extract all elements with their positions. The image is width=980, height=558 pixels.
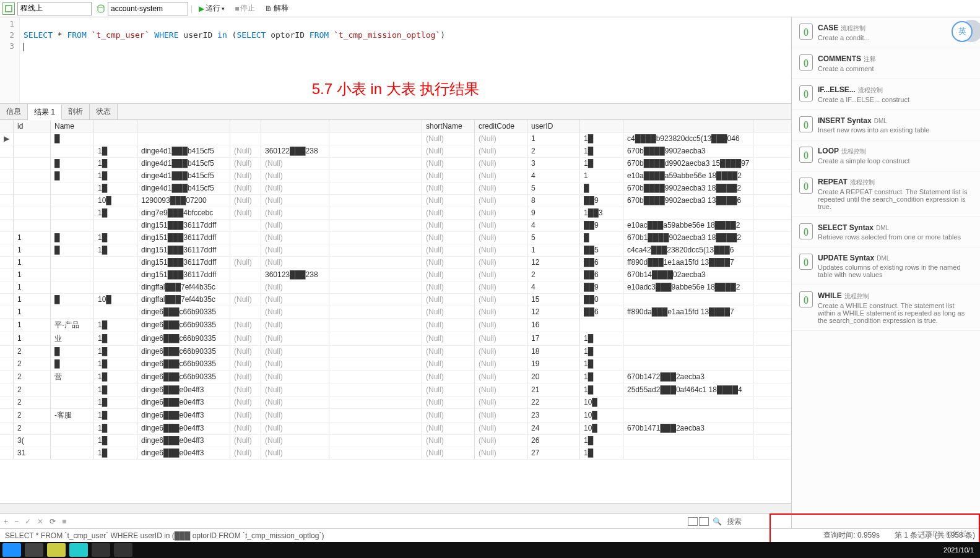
table-row[interactable]: █1█dinge4d1███b415cf5(Null)(Null)(Null)(… [0,170,791,182]
table-row[interactable]: 1dingffal███7ef44b35c(Null)(Null)(Null)4… [0,281,791,293]
table-cell[interactable]: 1█ [94,384,137,396]
table-row[interactable]: 1█ding7e9███4bfccebc(Null)(Null)(Null)(N… [0,207,791,219]
table-cell[interactable]: 1 [14,318,51,332]
horizontal-scrollbar[interactable] [0,503,791,513]
table-cell[interactable] [261,132,329,145]
table-cell[interactable]: (Null) [422,145,475,157]
table-cell[interactable]: (Null) [230,345,261,358]
table-cell[interactable]: 1█ [580,145,623,157]
table-cell[interactable]: dinge6███e0e4ff3 [137,447,230,459]
table-cell[interactable]: (Null) [261,194,329,207]
table-cell[interactable]: ██5 [580,244,623,256]
table-cell[interactable] [329,358,422,370]
column-header[interactable]: Name [51,120,94,132]
table-cell[interactable]: 9 [527,207,580,219]
column-header[interactable]: shortName [422,120,475,132]
table-cell[interactable] [51,396,94,408]
table-cell[interactable]: (Null) [475,182,527,194]
table-cell[interactable]: (Null) [422,231,475,244]
table-row[interactable]: 10█1290093███07200(Null)(Null)(Null)(Nul… [0,194,791,207]
table-row[interactable]: 2█1█dinge6███c66b90335(Null)(Null)(Null)… [0,358,791,370]
table-cell[interactable] [623,293,753,306]
table-cell[interactable]: 业 [51,332,94,345]
table-cell[interactable] [753,244,791,256]
snippet-item[interactable]: INSERT SyntaxDMLInsert new rows into an … [792,110,980,140]
table-cell[interactable] [51,194,94,207]
table-cell[interactable] [753,157,791,170]
table-cell[interactable]: 1██3 [580,207,623,219]
table-cell[interactable]: 1█ [580,345,623,358]
table-cell[interactable] [329,384,422,396]
table-cell[interactable]: 670b1████902aecba3 18████2 [623,231,753,244]
table-cell[interactable] [230,268,261,281]
table-cell[interactable]: 4 [527,170,580,182]
table-cell[interactable]: (Null) [422,182,475,194]
table-cell[interactable]: 1 [14,244,51,256]
table-cell[interactable]: 1 [14,281,51,293]
table-cell[interactable]: (Null) [475,268,527,281]
table-cell[interactable]: (Null) [422,447,475,459]
table-cell[interactable]: dinge4d1███b415cf5 [137,182,230,194]
snippet-item[interactable]: WHILE流程控制Create a WHILE construct. The s… [792,285,980,331]
table-cell[interactable]: (Null) [261,332,329,345]
table-cell[interactable]: █ [51,170,94,182]
table-cell[interactable] [623,408,753,422]
table-cell[interactable]: (Null) [230,207,261,219]
table-cell[interactable]: 1█ [94,145,137,157]
table-cell[interactable]: 1 [14,293,51,306]
table-cell[interactable]: (Null) [230,422,261,434]
table-cell[interactable]: 1█ [580,157,623,170]
column-header[interactable] [623,120,753,132]
table-row[interactable]: 311█dinge6███e0e4ff3(Null)(Null)(Null)(N… [0,447,791,459]
table-cell[interactable] [329,408,422,422]
table-cell[interactable] [753,318,791,332]
table-cell[interactable]: -客服 [51,408,94,422]
table-cell[interactable]: 670b████9902aecba3 18████2 [623,182,753,194]
table-row[interactable]: 2█1█dinge6███c66b90335(Null)(Null)(Null)… [0,345,791,358]
table-cell[interactable]: (Null) [422,157,475,170]
table-cell[interactable] [329,182,422,194]
table-cell[interactable]: (Null) [475,293,527,306]
table-cell[interactable] [753,345,791,358]
table-cell[interactable]: (Null) [422,422,475,434]
table-cell[interactable]: █ [51,293,94,306]
column-header[interactable] [329,120,422,132]
table-cell[interactable]: 670b14████02aecba3 [623,268,753,281]
table-cell[interactable] [51,281,94,293]
table-cell[interactable]: (Null) [475,358,527,370]
table-cell[interactable]: 营 [51,370,94,384]
table-cell[interactable]: 1█ [580,332,623,345]
ime-badge[interactable]: 英 [952,21,973,42]
column-header[interactable] [230,120,261,132]
table-cell[interactable]: 10█ [94,293,137,306]
table-cell[interactable] [329,207,422,219]
table-row[interactable]: 21█dinge6███e0e4ff3(Null)(Null)(Null)(Nu… [0,396,791,408]
column-header[interactable]: creditCode [475,120,527,132]
table-cell[interactable]: (Null) [422,268,475,281]
table-cell[interactable]: (Null) [230,408,261,422]
column-header[interactable] [94,120,137,132]
table-cell[interactable]: 1█ [94,244,137,256]
table-cell[interactable]: (Null) [475,244,527,256]
table-cell[interactable] [753,132,791,145]
table-cell[interactable] [51,182,94,194]
table-cell[interactable]: 4 [527,281,580,293]
table-cell[interactable] [329,170,422,182]
table-cell[interactable] [623,447,753,459]
table-cell[interactable] [753,281,791,293]
table-row[interactable]: 1平-产品1█dinge6███c66b90335(Null)(Null)(Nu… [0,318,791,332]
table-cell[interactable]: (Null) [475,384,527,396]
table-cell[interactable]: 2 [14,345,51,358]
table-cell[interactable] [623,318,753,332]
table-cell[interactable]: 16 [527,318,580,332]
table-cell[interactable]: dingffal███7ef44b35c [137,293,230,306]
table-cell[interactable]: (Null) [261,422,329,434]
table-cell[interactable] [623,358,753,370]
table-cell[interactable] [623,434,753,447]
table-cell[interactable]: e10adc3███9abbe56e 18████2 [623,281,753,293]
table-cell[interactable]: ff890d███1e1aa15fd 13████7 [623,256,753,268]
table-cell[interactable] [230,231,261,244]
table-cell[interactable]: ding151███36117ddff [137,231,230,244]
table-cell[interactable] [329,318,422,332]
search-icon[interactable]: 🔍 [713,517,722,526]
